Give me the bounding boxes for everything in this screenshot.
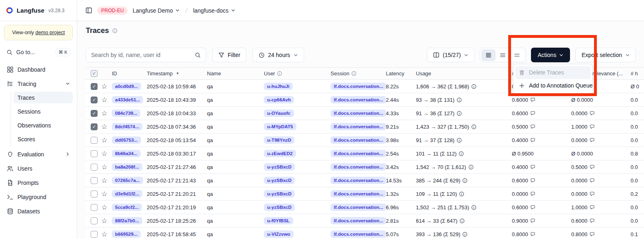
bookmark-star-icon[interactable]: ☆ — [101, 191, 107, 197]
session-badge[interactable]: lf.docs.conversation... — [331, 217, 386, 224]
column-visibility-button[interactable]: (15/27) — [427, 48, 474, 62]
bookmark-star-icon[interactable]: ☆ — [101, 177, 107, 184]
session-badge[interactable]: lf.docs.conversation... — [331, 190, 386, 197]
trace-id-badge[interactable]: 8dcf4574... — [112, 123, 142, 130]
row-checkbox[interactable]: ✓ — [91, 217, 98, 224]
row-checkbox[interactable]: ✓ — [91, 96, 98, 103]
user-badge[interactable]: u-zEwdED2 — [264, 150, 296, 157]
sidebar-item-users[interactable]: Users — [4, 162, 73, 175]
trace-id-badge[interactable]: dd05753... — [112, 136, 141, 144]
row-checkbox[interactable]: ✓ — [91, 137, 98, 144]
trace-id-badge[interactable]: 07265c7a... — [112, 177, 143, 184]
project-switcher[interactable]: langfuse-docs — [193, 7, 235, 14]
bookmark-star-icon[interactable]: ☆ — [101, 137, 107, 144]
sidebar-toggle-icon[interactable] — [85, 7, 92, 14]
org-switcher[interactable]: Langfuse Demo — [133, 7, 180, 14]
user-badge[interactable]: u-huJhuJi — [264, 83, 293, 90]
user-badge[interactable]: u-VIZzvwo — [264, 230, 294, 238]
user-badge[interactable]: u-cp66Avh — [264, 96, 294, 103]
row-height-large-button[interactable] — [510, 49, 524, 61]
demo-project-link[interactable]: demo project — [35, 30, 65, 35]
goto-search[interactable]: Go to... ⌘ K — [4, 46, 73, 58]
bookmark-star-icon[interactable]: ☆ — [101, 150, 107, 157]
export-selection-button[interactable]: Export selection — [575, 48, 636, 62]
actions-button[interactable]: Actions — [531, 48, 570, 62]
trace-id-badge[interactable]: d3e9d1f2... — [112, 190, 142, 197]
session-badge[interactable]: lf.docs.conversation... — [331, 204, 386, 211]
bookmark-star-icon[interactable]: ☆ — [101, 231, 107, 238]
bookmark-star-icon[interactable]: ☆ — [101, 123, 107, 130]
row-checkbox[interactable]: ✓ — [91, 83, 98, 90]
session-badge[interactable]: lf.docs.conversation... — [331, 96, 386, 103]
table-row[interactable]: ✓☆a433de51...2025-02-18 10:43:39qau-cp66… — [86, 93, 644, 107]
table-row[interactable]: ✓☆d3e9d1f2...2025-02-17 21:20:21qau-yzSB… — [86, 187, 644, 201]
bookmark-star-icon[interactable]: ☆ — [101, 217, 107, 224]
sidebar-item-playground[interactable]: Playground — [4, 191, 73, 203]
trace-id-badge[interactable]: 8b66a34... — [112, 150, 141, 157]
sidebar-item-scores[interactable]: Scores — [13, 133, 73, 145]
row-checkbox[interactable]: ✓ — [91, 231, 98, 238]
session-badge[interactable]: lf.docs.conversation... — [331, 136, 386, 144]
menu-item-delete-traces[interactable]: Delete Traces — [515, 66, 591, 79]
row-checkbox[interactable]: ✓ — [91, 123, 98, 130]
col-header-name[interactable]: Name — [207, 70, 264, 77]
sidebar-item-prompts[interactable]: Prompts — [4, 176, 73, 189]
row-height-small-button[interactable] — [481, 49, 496, 61]
table-row[interactable]: ✓☆084c739...2025-02-18 10:04:33qau-OYauo… — [86, 107, 644, 120]
bookmark-star-icon[interactable]: ☆ — [101, 204, 107, 211]
session-badge[interactable]: lf.docs.conversation... — [331, 163, 386, 171]
bookmark-star-icon[interactable]: ☆ — [101, 110, 107, 117]
sidebar-item-tracing[interactable]: Tracing — [4, 77, 73, 90]
col-header-id[interactable]: ID — [112, 70, 147, 77]
session-badge[interactable]: lf.docs.conversation... — [331, 123, 386, 130]
table-row[interactable]: ✓☆88f2a7b0...2025-02-17 18:25:26qau-f0Yf… — [86, 214, 644, 228]
table-row[interactable]: ✓☆ba8a208f...2025-02-17 21:27:46qau-yzSB… — [86, 160, 644, 174]
col-header-user[interactable]: User — [264, 70, 331, 77]
trace-id-badge[interactable]: b669529... — [112, 230, 141, 238]
row-checkbox[interactable]: ✓ — [91, 204, 98, 211]
sidebar-item-traces[interactable]: Traces — [13, 92, 73, 103]
row-checkbox[interactable]: ✓ — [91, 150, 98, 157]
row-checkbox[interactable]: ✓ — [91, 177, 98, 184]
user-badge[interactable]: u-MYpDAT5 — [264, 123, 296, 130]
table-row[interactable]: ✓☆dd05753...2025-02-18 05:13:54qau-T98Yn… — [86, 134, 644, 147]
filter-button[interactable]: Filter — [212, 48, 246, 62]
user-badge[interactable]: u-f0YfBSL — [264, 217, 293, 224]
trace-id-badge[interactable]: a433de51... — [112, 96, 143, 103]
user-badge[interactable]: u-OYauofc — [264, 110, 294, 117]
col-header-timestamp[interactable]: Timestamp▼ — [147, 70, 207, 77]
trace-id-badge[interactable]: ba8a208f... — [112, 163, 142, 171]
user-badge[interactable]: u-yzSBxcD — [264, 204, 295, 211]
bookmark-star-icon[interactable]: ☆ — [101, 96, 107, 103]
col-header-usage[interactable]: Usage — [416, 70, 510, 77]
row-checkbox[interactable]: ✓ — [91, 164, 98, 171]
trace-id-badge[interactable]: a0cd0d9... — [112, 83, 141, 90]
user-badge[interactable]: u-T98YnzD — [264, 136, 294, 144]
row-height-medium-button[interactable] — [496, 49, 510, 61]
table-row[interactable]: ✓☆5cca9cf2...2025-02-17 21:20:19qau-yzSB… — [86, 201, 644, 214]
user-badge[interactable]: u-yzSBxcD — [264, 177, 295, 184]
session-badge[interactable]: lf.docs.conversation... — [331, 110, 386, 117]
trace-id-badge[interactable]: 084c739... — [112, 110, 140, 117]
select-all-checkbox[interactable]: ✓ — [91, 70, 98, 77]
search-box[interactable] — [86, 48, 206, 62]
sidebar-item-datasets[interactable]: Datasets — [4, 205, 73, 217]
session-badge[interactable]: lf.docs.conversation... — [331, 230, 386, 238]
sidebar-item-observations[interactable]: Observations — [13, 119, 73, 131]
timerange-button[interactable]: 24 hours — [252, 48, 304, 62]
col-header-clipped[interactable]: # h — [631, 70, 644, 77]
sidebar-item-sessions[interactable]: Sessions — [13, 105, 73, 117]
session-badge[interactable]: lf.docs.conversation... — [331, 83, 386, 90]
bookmark-star-icon[interactable]: ☆ — [101, 164, 107, 171]
table-row[interactable]: ✓☆8b66a34...2025-02-18 03:30:17qau-zEwdE… — [86, 147, 644, 160]
row-checkbox[interactable]: ✓ — [91, 191, 98, 197]
user-badge[interactable]: u-yzSBxcD — [264, 190, 295, 197]
session-badge[interactable]: lf.docs.conversation... — [331, 177, 386, 184]
trace-id-badge[interactable]: 88f2a7b0... — [112, 217, 142, 224]
sidebar-item-dashboard[interactable]: Dashboard — [4, 63, 73, 76]
col-header-session[interactable]: Session — [331, 70, 386, 77]
table-row[interactable]: ✓☆8dcf4574...2025-02-18 07:34:36qau-MYpD… — [86, 120, 644, 134]
table-row[interactable]: ✓☆07265c7a...2025-02-17 21:21:43qau-yzSB… — [86, 174, 644, 187]
row-checkbox[interactable]: ✓ — [91, 110, 98, 117]
bookmark-star-icon[interactable]: ☆ — [101, 83, 107, 90]
